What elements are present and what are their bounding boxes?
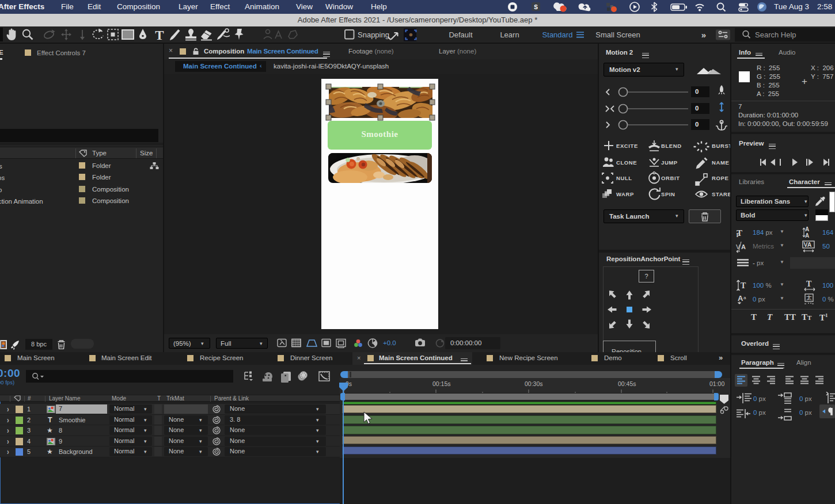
svg-text:VA: VA xyxy=(804,241,812,248)
svg-text:A: A xyxy=(805,226,809,232)
svg-text:Default: Default xyxy=(449,30,473,39)
svg-text:Standard: Standard xyxy=(542,30,573,39)
svg-text:T: T xyxy=(741,281,746,290)
svg-text:太: 太 xyxy=(806,295,812,301)
svg-text:a: a xyxy=(743,295,746,300)
svg-text:Search Help: Search Help xyxy=(755,30,796,39)
svg-text:Learn: Learn xyxy=(500,30,519,39)
svg-text:00:15s: 00:15s xyxy=(432,380,451,387)
svg-text:»: » xyxy=(701,30,706,40)
svg-text:Snapping: Snapping xyxy=(358,30,389,39)
svg-text:T: T xyxy=(806,280,812,288)
svg-text:A: A xyxy=(805,232,809,239)
svg-text:T: T xyxy=(737,232,739,238)
svg-text:A: A xyxy=(738,294,743,303)
svg-text:S: S xyxy=(534,4,538,10)
svg-text:A: A xyxy=(741,243,746,250)
svg-text:T: T xyxy=(155,28,164,43)
svg-text:Small Screen: Small Screen xyxy=(595,30,640,39)
svg-text:00:30s: 00:30s xyxy=(525,380,543,387)
svg-text:01:00: 01:00 xyxy=(709,380,724,387)
svg-text:00:45s: 00:45s xyxy=(618,380,636,387)
